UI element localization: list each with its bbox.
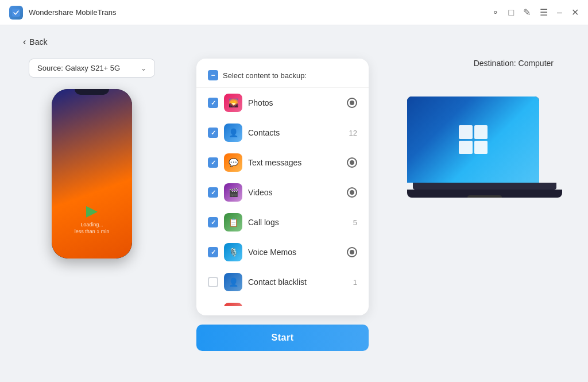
indicator-videos — [347, 187, 357, 198]
icon-photos: 🌄 — [224, 94, 242, 112]
laptop-bezel — [413, 183, 556, 190]
destination-label: Destination: Computer — [474, 59, 554, 68]
panel-header: − Select content to backup: — [196, 70, 369, 88]
indicator-photos — [347, 98, 357, 108]
window-controls: ⚬ □ ✎ ☰ – ✕ — [492, 7, 579, 18]
icon-calendar: 📅 — [224, 303, 242, 306]
titlebar: Wondershare MobileTrans ⚬ □ ✎ ☰ – ✕ — [0, 0, 588, 25]
item-row-photos[interactable]: 🌄Photos — [196, 88, 369, 118]
main-content: ‹ Back Source: Galaxy S21+ 5G ⌄ Loading.… — [0, 25, 588, 382]
label-text-messages: Text messages — [248, 158, 341, 167]
icon-videos: 🎬 — [224, 183, 242, 202]
checkbox-call-logs[interactable] — [208, 217, 218, 227]
destination-column: Destination: Computer — [404, 59, 565, 198]
windows-quad-3 — [459, 141, 473, 155]
center-column: − Select content to backup: 🌄Photos👤Cont… — [161, 59, 404, 351]
laptop-illustration — [407, 97, 562, 198]
window-icon[interactable]: □ — [508, 7, 514, 18]
select-all-toggle[interactable]: − — [208, 70, 218, 80]
label-contact-blacklist: Contact blacklist — [248, 277, 347, 287]
checkbox-text-messages[interactable] — [208, 157, 218, 168]
edit-icon[interactable]: ✎ — [523, 7, 531, 18]
icon-contacts: 👤 — [224, 124, 242, 142]
close-icon[interactable]: ✕ — [571, 7, 579, 18]
windows-logo-icon — [459, 125, 488, 154]
laptop-screen — [407, 97, 539, 183]
item-row-calendar[interactable]: 📅Calendar25 — [196, 297, 369, 306]
label-videos: Videos — [248, 188, 341, 197]
icon-call-logs: 📋 — [224, 213, 242, 231]
item-row-contacts[interactable]: 👤Contacts12 — [196, 118, 369, 148]
items-list: 🌄Photos👤Contacts12💬Text messages🎬Videos📋… — [196, 88, 369, 306]
minimize-icon[interactable]: – — [557, 7, 562, 18]
count-call-logs: 5 — [353, 218, 357, 227]
label-contacts: Contacts — [248, 128, 343, 137]
menu-icon[interactable]: ☰ — [540, 7, 548, 18]
user-icon[interactable]: ⚬ — [492, 7, 499, 18]
app-title: Wondershare MobileTrans — [29, 8, 492, 17]
app-logo — [9, 6, 23, 20]
panel-title: Select content to backup: — [223, 71, 307, 80]
icon-text-messages: 💬 — [224, 153, 242, 172]
source-column: Source: Galaxy S21+ 5G ⌄ Loading... less… — [23, 59, 161, 273]
checkbox-contact-blacklist[interactable] — [208, 277, 218, 287]
back-button[interactable]: ‹ Back — [23, 37, 565, 47]
laptop-display — [407, 97, 539, 183]
play-icon — [86, 206, 98, 218]
laptop-base — [407, 190, 562, 198]
item-row-contact-blacklist[interactable]: 👤Contact blacklist1 — [196, 267, 369, 297]
start-button[interactable]: Start — [196, 325, 369, 351]
count-contacts: 12 — [349, 129, 357, 137]
content-panel: − Select content to backup: 🌄Photos👤Cont… — [196, 59, 369, 315]
checkbox-videos[interactable] — [208, 187, 218, 198]
checkbox-voice-memos[interactable] — [208, 247, 218, 257]
item-row-text-messages[interactable]: 💬Text messages — [196, 148, 369, 178]
phone-screen: Loading... less than 1 min — [52, 89, 132, 258]
windows-quad-1 — [459, 125, 473, 139]
back-arrow-icon: ‹ — [23, 37, 26, 47]
icon-voice-memos: 🎙️ — [224, 243, 242, 261]
phone-frame: Loading... less than 1 min — [52, 89, 132, 258]
phone-notch — [75, 89, 109, 95]
indicator-voice-memos — [347, 247, 357, 257]
phone-illustration: Loading... less than 1 min — [46, 89, 138, 273]
content-columns: Source: Galaxy S21+ 5G ⌄ Loading... less… — [23, 59, 565, 371]
back-label: Back — [29, 37, 47, 47]
label-photos: Photos — [248, 98, 341, 107]
phone-loading-text: Loading... less than 1 min — [75, 221, 110, 236]
label-voice-memos: Voice Memos — [248, 248, 341, 257]
windows-quad-4 — [474, 141, 488, 155]
chevron-down-icon: ⌄ — [141, 64, 146, 72]
source-label: Source: Galaxy S21+ 5G — [37, 64, 120, 72]
phone-loading-overlay: Loading... less than 1 min — [75, 206, 110, 236]
source-selector[interactable]: Source: Galaxy S21+ 5G ⌄ — [29, 59, 155, 78]
icon-contact-blacklist: 👤 — [224, 273, 242, 291]
item-row-videos[interactable]: 🎬Videos — [196, 178, 369, 207]
checkbox-contacts[interactable] — [208, 128, 218, 138]
count-contact-blacklist: 1 — [353, 278, 357, 287]
item-row-voice-memos[interactable]: 🎙️Voice Memos — [196, 237, 369, 267]
indicator-text-messages — [347, 157, 357, 168]
checkbox-photos[interactable] — [208, 98, 218, 108]
svg-rect-0 — [12, 9, 20, 17]
windows-quad-2 — [474, 125, 488, 139]
label-call-logs: Call logs — [248, 218, 347, 227]
item-row-call-logs[interactable]: 📋Call logs5 — [196, 207, 369, 237]
